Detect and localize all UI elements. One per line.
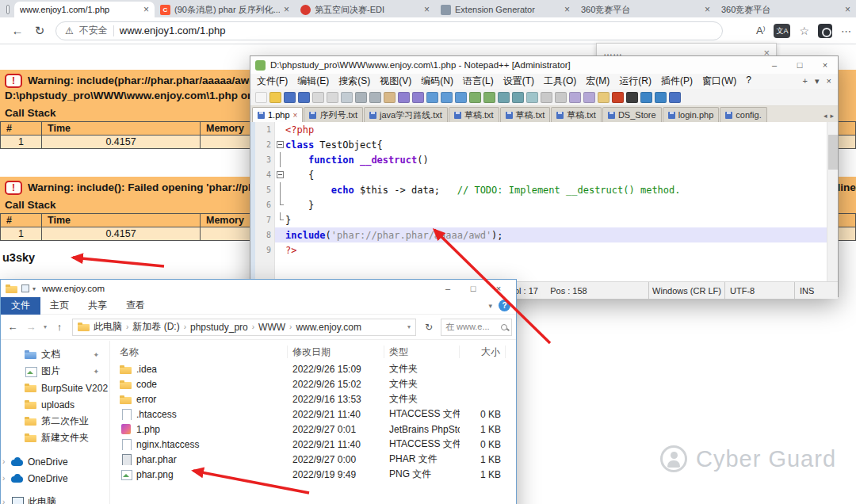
sidebar-item[interactable]: ›OneDrive — [1, 470, 109, 487]
explorer-back-button[interactable]: ← — [5, 321, 21, 333]
fold-margin[interactable] — [275, 137, 285, 152]
explorer-titlebar[interactable]: ▾ www.enjoy.com – □ × — [1, 280, 516, 297]
fold-margin[interactable] — [275, 167, 285, 182]
indent-guide-icon[interactable] — [555, 92, 567, 103]
copy-icon[interactable] — [369, 92, 381, 103]
npp-tab-list-icon[interactable]: ▾ — [815, 76, 820, 86]
file-row[interactable]: nginx.htaccess2022/9/21 11:40HTACCESS 文件… — [115, 437, 516, 452]
doc-map-icon[interactable] — [569, 92, 581, 103]
explorer-maximize-button[interactable]: □ — [460, 280, 486, 297]
favorite-star-icon[interactable]: ☆ — [799, 25, 809, 37]
stop-macro-icon[interactable] — [626, 92, 638, 103]
help-button[interactable]: ? — [499, 300, 510, 311]
menu-item[interactable]: 运行(R) — [614, 74, 656, 88]
file-row[interactable]: .htaccess2022/9/21 11:40HTACCESS 文件0 KB — [115, 407, 516, 422]
menu-item[interactable]: 窗口(W) — [697, 74, 741, 88]
paste-icon[interactable] — [384, 92, 396, 103]
quick-access-icon[interactable] — [21, 284, 29, 292]
chevron-right-icon[interactable]: › — [2, 474, 5, 483]
redo-icon[interactable] — [412, 92, 424, 103]
tab-scroll-right-icon[interactable]: ▸ — [830, 112, 834, 120]
menu-item[interactable]: 编码(N) — [416, 74, 458, 88]
tab-close-icon[interactable]: × — [284, 4, 289, 15]
doc-tab[interactable]: 草稿.txt — [500, 107, 551, 122]
npp-close-button[interactable]: × — [812, 56, 838, 74]
browser-tab[interactable]: www.enjoy1.com/1.php× — [14, 2, 155, 17]
sidebar-item[interactable]: 文档✦ — [1, 346, 109, 363]
run-multiple-icon[interactable] — [655, 92, 667, 103]
show-symbols-icon[interactable] — [541, 92, 552, 103]
tab-close-icon[interactable]: × — [564, 4, 570, 15]
explorer-refresh-icon[interactable]: ↻ — [421, 322, 437, 333]
doc-tab[interactable]: 草稿.txt — [551, 107, 602, 122]
column-header-size[interactable]: 大小 — [460, 346, 506, 358]
browser-tab[interactable]: 360竞赛平台× — [716, 2, 856, 17]
breadcrumb-item[interactable]: WWW — [258, 322, 285, 333]
sidebar-item[interactable]: ›OneDrive — [1, 453, 109, 470]
ribbon-expand-icon[interactable]: ▾ — [488, 302, 492, 310]
back-button[interactable]: ← — [6, 24, 29, 37]
menu-item[interactable]: 语言(L) — [458, 74, 499, 88]
fold-box-icon[interactable] — [277, 171, 284, 178]
doc-tab[interactable]: 序列号.txt — [304, 107, 363, 122]
history-dropdown-icon[interactable]: ▾ — [41, 323, 49, 330]
cut-icon[interactable] — [355, 92, 367, 103]
address-bar[interactable]: ⚠ 不安全 www.enjoy1.com/1.php — [55, 21, 723, 40]
breadcrumb-item[interactable]: phpstudy_pro — [190, 322, 248, 333]
sidebar-item[interactable]: 新建文件夹 — [1, 430, 109, 446]
save-macro-icon[interactable] — [669, 92, 681, 103]
file-row[interactable]: 1.php2022/9/27 0:01JetBrains PhpSto...1 … — [115, 422, 516, 437]
sidebar-item[interactable]: 第二次作业 — [1, 413, 109, 430]
sidebar-item[interactable]: BurpSuite V202 — [1, 380, 109, 396]
address-box[interactable]: 此电脑›新加卷 (D:)›phpstudy_pro›WWW›www.enjoy.… — [72, 319, 416, 336]
address-dropdown-icon[interactable]: ▾ — [407, 323, 411, 330]
menu-item[interactable]: ? — [741, 74, 756, 88]
npp-maximize-button[interactable]: □ — [787, 56, 812, 74]
breadcrumb-item[interactable]: www.enjoy.com — [296, 322, 361, 333]
sidebar-item[interactable]: ›此电脑 — [1, 494, 109, 504]
tab-scroll-left-icon[interactable]: ◂ — [824, 112, 827, 120]
sync-horizontal-icon[interactable] — [512, 92, 524, 103]
column-header-type[interactable]: 类型 — [384, 346, 460, 358]
browser-tab[interactable]: 360竞赛平台× — [575, 2, 716, 17]
replace-icon[interactable] — [455, 92, 467, 103]
record-macro-icon[interactable] — [612, 92, 624, 103]
file-row[interactable]: .idea2022/9/26 15:09文件夹 — [115, 361, 516, 376]
ribbon-tab-file[interactable]: 文件 — [1, 297, 40, 315]
file-row[interactable]: phar.phar2022/9/27 0:00PHAR 文件1 KB — [115, 452, 516, 467]
browser-tab[interactable]: 第五空间决赛-EDI× — [295, 2, 435, 17]
file-row[interactable]: phar.png2022/9/19 9:49PNG 文件1 KB — [115, 467, 516, 482]
ribbon-tab-share[interactable]: 共享 — [78, 299, 117, 312]
npp-new-tab-icon[interactable]: + — [803, 76, 808, 86]
tab-close-icon[interactable]: × — [705, 4, 710, 15]
explorer-minimize-button[interactable]: – — [435, 280, 460, 297]
new-file-icon[interactable] — [255, 92, 267, 103]
search-box[interactable]: 在 www.e... — [441, 319, 512, 336]
function-list-icon[interactable] — [583, 92, 595, 103]
folder-workspace-icon[interactable] — [598, 92, 610, 103]
breadcrumb-item[interactable]: 此电脑 — [94, 320, 122, 334]
close-all-icon[interactable] — [327, 92, 338, 103]
fold-box-icon[interactable] — [277, 141, 284, 148]
doc-tab[interactable]: 草稿.txt — [449, 107, 499, 122]
doc-tab[interactable]: DS_Store — [602, 107, 662, 122]
explorer-forward-button[interactable]: → — [23, 321, 39, 333]
explorer-up-button[interactable]: ↑ — [52, 321, 67, 333]
undo-icon[interactable] — [398, 92, 410, 103]
menu-item[interactable]: 文件(F) — [252, 74, 292, 88]
npp-close-doc-icon[interactable]: × — [827, 76, 831, 86]
npp-titlebar[interactable]: D:\phpstudy_pro\WWW\www.enjoy.com\1.php … — [250, 56, 838, 74]
refresh-button[interactable]: ↻ — [29, 24, 51, 38]
doc-tab[interactable]: java学习路线.txt — [364, 107, 448, 122]
npp-minimize-button[interactable]: – — [762, 56, 787, 74]
doc-tab[interactable]: 1.php× — [252, 107, 303, 122]
ribbon-tab-view[interactable]: 查看 — [117, 299, 155, 312]
find-icon[interactable] — [426, 92, 438, 103]
menu-item[interactable]: 视图(V) — [375, 74, 416, 88]
save-all-icon[interactable] — [298, 92, 310, 103]
quick-access-dropdown-icon[interactable]: ▾ — [32, 285, 36, 292]
sidebar-item[interactable]: 图片✦ — [1, 363, 109, 380]
extension-icon[interactable] — [818, 24, 832, 38]
read-aloud-button[interactable]: A) — [756, 25, 765, 36]
menu-item[interactable]: 搜索(S) — [334, 74, 375, 88]
